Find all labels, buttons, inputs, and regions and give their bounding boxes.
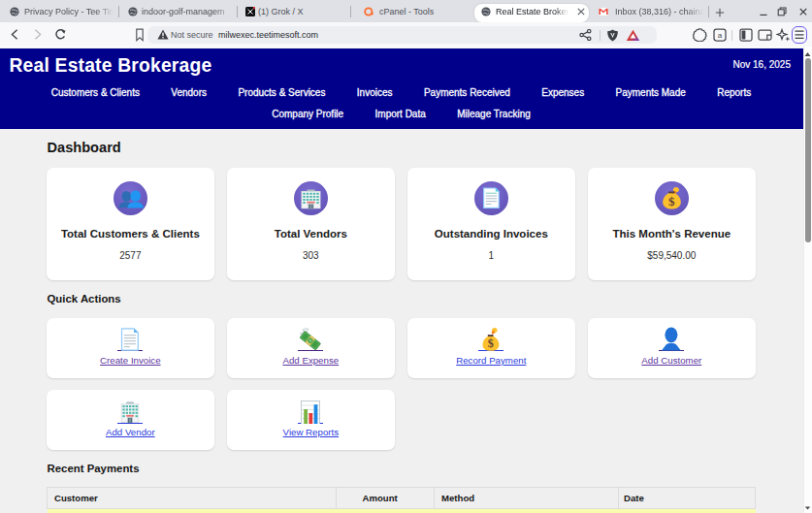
svg-text:$: $ (668, 194, 675, 208)
svg-text:a: a (718, 31, 723, 40)
svg-text:$: $ (488, 337, 494, 350)
